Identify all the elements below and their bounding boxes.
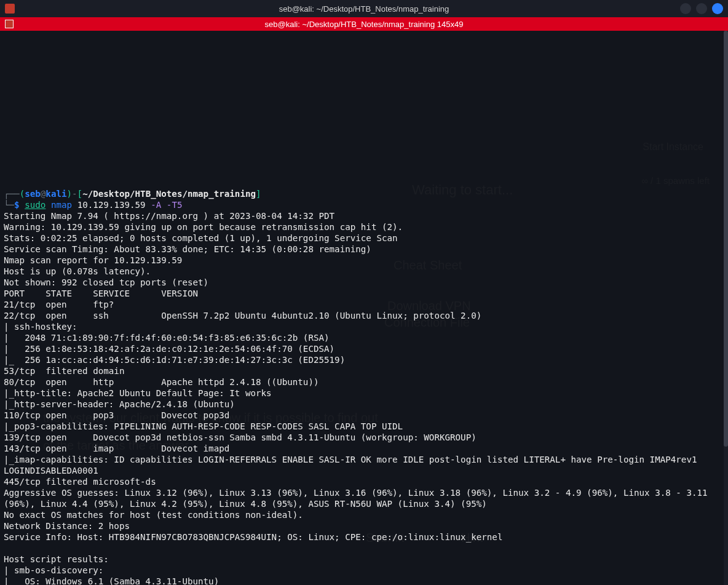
cmd-nmap: nmap (51, 200, 72, 210)
cmd-flags: -A -T5 (151, 200, 182, 210)
maximize-button[interactable] (696, 3, 707, 14)
out-line: Starting Nmap 7.94 ( https://nmap.org ) … (4, 211, 334, 221)
out-line: 80/tcp open http Apache httpd 2.4.18 ((U… (4, 377, 319, 387)
prompt-rbracket: ] (256, 189, 261, 199)
window-title: seb@kali: ~/Desktop/HTB_Notes/nmap_train… (279, 4, 449, 14)
out-line: Nmap scan report for 10.129.139.59 (4, 255, 182, 265)
out-line: |_pop3-capabilities: PIPELINING AUTH-RES… (4, 421, 403, 431)
out-line: Warning: 10.129.139.59 giving up on port… (4, 222, 403, 232)
out-line: 22/tcp open ssh OpenSSH 7.2p2 Ubuntu 4ub… (4, 311, 481, 320)
window-titlebar: seb@kali: ~/Desktop/HTB_Notes/nmap_train… (0, 0, 728, 17)
out-line: | ssh-hostkey: (4, 322, 82, 332)
out-line: 445/tcp filtered microsoft-ds (4, 477, 156, 487)
cmd-target: 10.129.139.59 (77, 200, 146, 210)
bg-spawns: ∞ / 1 spawns left (641, 175, 710, 186)
out-line: PORT STATE SERVICE VERSION (4, 289, 198, 298)
prompt-lbracket: [ (77, 189, 83, 199)
terminal-content: ┌──(seb@kali)-[~/Desktop/HTB_Notes/nmap_… (4, 188, 724, 585)
terminal-tab-bar: seb@kali: ~/Desktop/HTB_Notes/nmap_train… (0, 17, 728, 31)
out-line: No exact OS matches for host (test condi… (4, 510, 303, 520)
minimize-button[interactable] (680, 3, 691, 14)
out-line: 110/tcp open pop3 Dovecot pop3d (4, 410, 229, 420)
tab-icon (5, 20, 14, 28)
out-line: Stats: 0:02:25 elapsed; 0 hosts complete… (4, 233, 398, 243)
terminal-output[interactable]: Start Instance ∞ / 1 spawns left Waiting… (0, 31, 728, 585)
out-line: | 2048 71:c1:89:90:7f:fd:4f:60:e0:54:f3:… (4, 333, 330, 343)
out-line: Service Info: Host: HTB984NIFN97CBO783QB… (4, 532, 502, 542)
out-line: 21/tcp open ftp? (4, 300, 114, 309)
out-line: 53/tcp filtered domain (4, 366, 124, 376)
out-line: Aggressive OS guesses: Linux 3.12 (96%),… (4, 487, 720, 509)
out-line: Host is up (0.078s latency). (4, 266, 151, 276)
prompt-sep: - (72, 189, 77, 199)
bg-start-instance: Start Instance (643, 141, 703, 153)
prompt-user: seb (25, 189, 41, 199)
close-button[interactable] (712, 3, 723, 14)
prompt-lparen: ( (20, 189, 25, 199)
out-line: Service scan Timing: About 83.33% done; … (4, 244, 371, 254)
out-line: Host script results: (4, 554, 109, 564)
out-line: |_imap-capabilities: ID capabilities LOG… (4, 454, 720, 476)
prompt-rparen: ) (67, 189, 73, 199)
out-line: Network Distance: 2 hops (4, 521, 130, 531)
out-line: | smb-os-discovery: (4, 565, 109, 575)
out-line: Not shown: 992 closed tcp ports (reset) (4, 277, 208, 287)
prompt-sigil: $ (14, 200, 20, 210)
prompt-host: kali (46, 189, 66, 199)
out-line: 143/tcp open imap Dovecot imapd (4, 444, 229, 453)
out-line: | 256 e1:8e:53:18:42:af:2a:de:c0:12:1e:2… (4, 344, 334, 354)
tab-title: seb@kali: ~/Desktop/HTB_Notes/nmap_train… (265, 20, 464, 29)
out-line: |_ 256 1a:cc:ac:d4:94:5c:d6:1d:71:e7:39:… (4, 355, 345, 365)
app-icon (5, 4, 15, 14)
window-controls (680, 3, 723, 14)
out-line: 139/tcp open Dovecot pop3d netbios-ssn S… (4, 432, 477, 442)
cmd-sudo: sudo (25, 200, 46, 210)
out-line: |_http-server-header: Apache/2.4.18 (Ubu… (4, 399, 235, 409)
out-line: | OS: Windows 6.1 (Samba 4.3.11-Ubuntu) (4, 576, 219, 585)
prompt-cwd: ~/Desktop/HTB_Notes/nmap_training (82, 189, 256, 199)
out-line: |_http-title: Apache2 Ubuntu Default Pag… (4, 388, 272, 398)
